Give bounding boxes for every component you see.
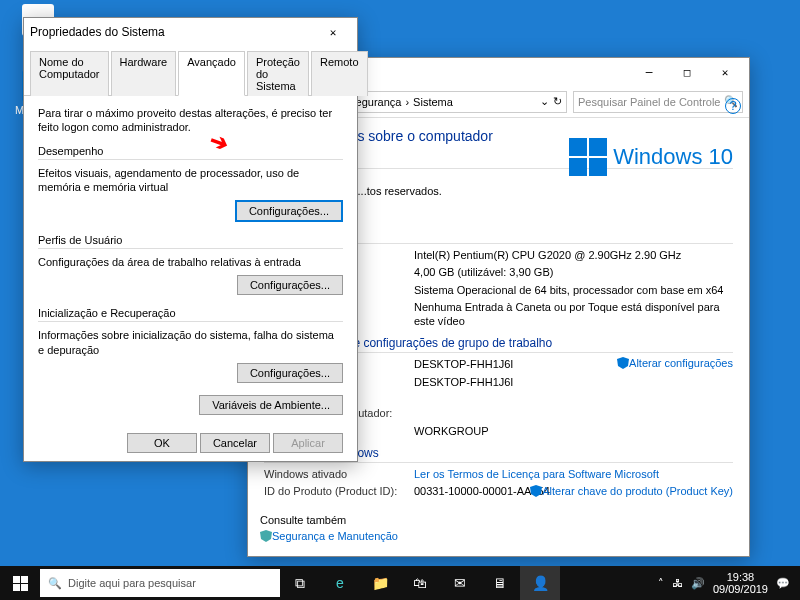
shield-icon xyxy=(617,357,629,369)
tab-proteção-do-sistema[interactable]: Proteção do Sistema xyxy=(247,51,309,96)
notifications-icon[interactable]: 💬 xyxy=(776,577,790,590)
maximize-button[interactable]: □ xyxy=(669,61,705,83)
ok-button[interactable]: OK xyxy=(127,433,197,453)
see-also: Consulte também Segurança e Manutenção xyxy=(260,510,398,546)
start-button[interactable] xyxy=(0,566,40,600)
network-icon[interactable]: 🖧 xyxy=(672,577,683,589)
tab-avançado[interactable]: Avançado xyxy=(178,51,245,96)
close-button[interactable]: ✕ xyxy=(707,61,743,83)
explorer-icon[interactable]: 📁 xyxy=(360,566,400,600)
clock[interactable]: 19:3809/09/2019 xyxy=(713,571,768,595)
search-icon: 🔍 xyxy=(48,577,62,590)
settings-button[interactable]: Configurações... xyxy=(237,363,343,383)
edge-icon[interactable]: e xyxy=(320,566,360,600)
shield-icon xyxy=(260,530,272,542)
taskbar-search[interactable]: 🔍Digite aqui para pesquisar xyxy=(40,569,280,597)
license-terms-link[interactable]: Ler os Termos de Licença para Software M… xyxy=(414,467,733,481)
minimize-button[interactable]: ─ xyxy=(631,61,667,83)
search-input[interactable]: Pesquisar Painel de Controle🔍 xyxy=(573,91,743,113)
system-tray[interactable]: ˄ 🖧 🔊 19:3809/09/2019 💬 xyxy=(648,571,800,595)
task-view-button[interactable]: ⧉ xyxy=(280,566,320,600)
dialog-title: Propriedades do Sistema xyxy=(30,25,315,39)
change-settings-link[interactable]: Alterar configurações xyxy=(617,357,733,369)
security-maintenance-link[interactable]: Segurança e Manutenção xyxy=(260,530,398,542)
app-icon-active[interactable]: 👤 xyxy=(520,566,560,600)
store-icon[interactable]: 🛍 xyxy=(400,566,440,600)
change-product-key-link[interactable]: Alterar chave do produto (Product Key) xyxy=(530,484,733,498)
tray-chevron-icon[interactable]: ˄ xyxy=(658,577,664,590)
mail-icon[interactable]: ✉ xyxy=(440,566,480,600)
dialog-tabs: Nome do ComputadorHardwareAvançadoProteç… xyxy=(24,46,357,96)
settings-button[interactable]: Configurações... xyxy=(237,275,343,295)
tab-nome-do-computador[interactable]: Nome do Computador xyxy=(30,51,109,96)
system-properties-dialog: Propriedades do Sistema ✕ Nome do Comput… xyxy=(23,17,358,462)
app-icon[interactable]: 🖥 xyxy=(480,566,520,600)
tab-hardware[interactable]: Hardware xyxy=(111,51,177,96)
volume-icon[interactable]: 🔊 xyxy=(691,577,705,590)
close-button[interactable]: ✕ xyxy=(315,21,351,43)
help-icon[interactable]: ? xyxy=(725,98,741,114)
windows-logo: Windows 10 xyxy=(569,138,733,176)
taskbar: 🔍Digite aqui para pesquisar ⧉ e 📁 🛍 ✉ 🖥 … xyxy=(0,566,800,600)
settings-button[interactable]: Configurações... xyxy=(235,200,343,222)
cancel-button[interactable]: Cancelar xyxy=(200,433,270,453)
admin-note: Para tirar o máximo proveito destas alte… xyxy=(38,106,343,135)
apply-button[interactable]: Aplicar xyxy=(273,433,343,453)
shield-icon xyxy=(530,485,542,497)
env-vars-button[interactable]: Variáveis de Ambiente... xyxy=(199,395,343,415)
tab-remoto[interactable]: Remoto xyxy=(311,51,368,96)
